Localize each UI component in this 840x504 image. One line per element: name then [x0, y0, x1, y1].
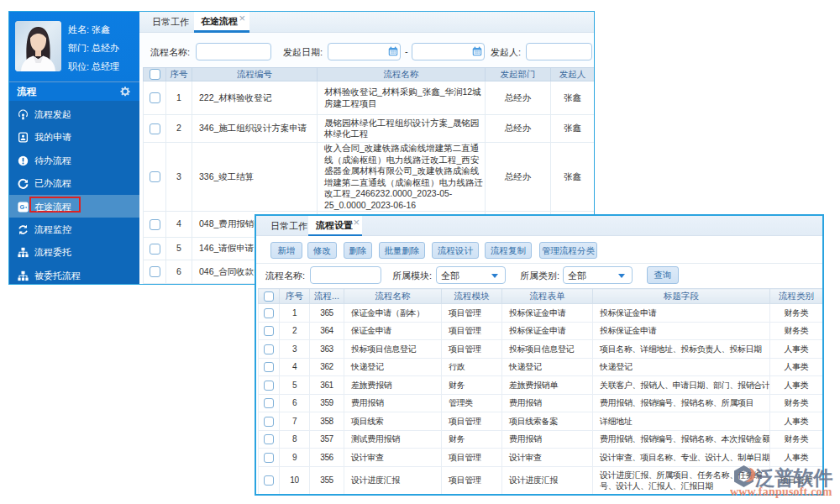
svg-text:G: G — [19, 203, 24, 211]
